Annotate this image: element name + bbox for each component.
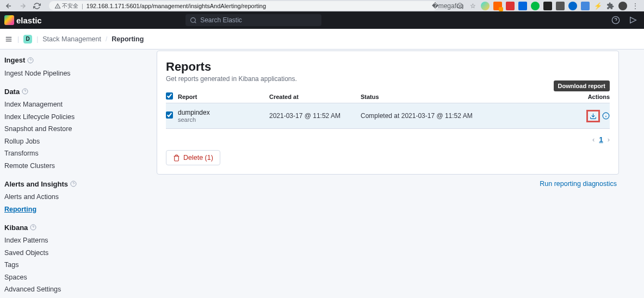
global-search-input[interactable]: Search Elastic	[185, 14, 321, 26]
trash-icon	[173, 154, 180, 162]
forward-button[interactable]	[18, 2, 27, 10]
svg-point-2	[191, 17, 196, 22]
sidebar-item[interactable]: Saved Objects	[4, 247, 127, 259]
reload-button[interactable]	[33, 2, 41, 10]
next-page-button[interactable]: ›	[608, 135, 610, 144]
sidebar-item[interactable]: Ingest Node Pipelines	[4, 67, 127, 80]
info-button[interactable]	[602, 112, 610, 120]
reports-panel: Reports Get reports generated in Kibana …	[157, 51, 619, 175]
insecure-warning-icon: 不安全	[54, 2, 78, 10]
more-icon[interactable]: ⋮	[631, 2, 640, 10]
profile-avatar[interactable]	[618, 2, 627, 10]
svg-line-1	[462, 7, 463, 9]
help-icon[interactable]	[609, 14, 622, 27]
breadcrumb-item-current: Reporting	[112, 35, 144, 43]
help-icon	[27, 57, 34, 64]
bookmark-icon[interactable]: ☆	[468, 2, 477, 10]
extension-icon-3[interactable]	[506, 2, 515, 10]
sidebar-item[interactable]: Alerts and Actions	[4, 191, 127, 204]
extension-icon-8[interactable]	[568, 2, 577, 10]
help-icon	[70, 181, 77, 187]
extension-icon-4[interactable]	[518, 2, 527, 10]
column-created[interactable]: Created at	[269, 94, 361, 100]
report-status: Completed at 2021-03-17 @ 11:52 AM	[361, 112, 573, 120]
sidebar-item[interactable]: Remote Clusters	[4, 160, 127, 172]
report-created: 2021-03-17 @ 11:52 AM	[269, 112, 361, 120]
column-actions: Actions	[573, 94, 610, 100]
table-row: dumpindex search 2021-03-17 @ 11:52 AM C…	[166, 103, 610, 129]
sidebar-item[interactable]: Spaces	[4, 271, 127, 284]
pagination: ‹ 1 ›	[166, 135, 610, 144]
page-subtitle: Get reports generated in Kibana applicat…	[166, 75, 610, 83]
svg-line-3	[195, 22, 196, 23]
sidebar-item[interactable]: Rollup Jobs	[4, 135, 127, 148]
back-button[interactable]	[4, 2, 13, 10]
sidebar-section-header: Alerts and Insights	[4, 180, 127, 188]
select-all-checkbox[interactable]	[166, 92, 173, 100]
prev-page-button[interactable]: ‹	[592, 135, 595, 144]
elastic-header: elastic Search Elastic	[0, 11, 644, 29]
row-checkbox[interactable]	[166, 111, 173, 119]
sidebar: Ingest Ingest Node PipelinesData Index M…	[0, 49, 132, 298]
sidebar-item[interactable]: Reporting	[4, 203, 127, 216]
breadcrumb-separator: |	[36, 35, 38, 43]
extension-icon-6[interactable]	[543, 2, 552, 10]
extension-icon-7[interactable]	[556, 2, 565, 10]
delete-label: Delete (1)	[183, 154, 213, 162]
sidebar-item[interactable]: Snapshot and Restore	[4, 123, 127, 136]
download-button[interactable]	[586, 110, 600, 122]
sidebar-item[interactable]: Tags	[4, 259, 127, 272]
url-text: 192.168.1.171:5601/app/management/insigh…	[86, 3, 266, 9]
help-icon	[22, 88, 28, 95]
breadcrumb-bar: | D | Stack Management / Reporting	[0, 29, 644, 49]
page-number[interactable]: 1	[599, 135, 603, 144]
column-status[interactable]: Status	[361, 94, 573, 100]
column-report[interactable]: Report	[178, 94, 269, 100]
help-icon	[30, 224, 36, 231]
sidebar-item[interactable]: Advanced Settings	[4, 284, 127, 296]
delete-button[interactable]: Delete (1)	[166, 150, 220, 165]
newsfeed-icon[interactable]	[627, 14, 640, 27]
download-tooltip: Download report	[554, 80, 610, 91]
url-bar[interactable]: 不安全 | 192.168.1.171:5601/app/management/…	[49, 1, 438, 10]
elastic-logo[interactable]: elastic	[4, 15, 42, 25]
extensions-button[interactable]	[606, 2, 615, 10]
sidebar-item[interactable]: Index Lifecycle Policies	[4, 111, 127, 123]
breadcrumb-separator: /	[106, 35, 107, 43]
nav-toggle-button[interactable]	[4, 35, 13, 44]
extension-icon-10[interactable]: ⚡	[593, 2, 602, 10]
breadcrumb-separator: |	[17, 35, 19, 43]
svg-point-0	[457, 3, 462, 8]
search-placeholder: Search Elastic	[200, 16, 242, 24]
space-badge[interactable]: D	[23, 35, 32, 44]
sidebar-section-header: Ingest	[4, 56, 127, 64]
diagnostics-link[interactable]: Run reporting diagnostics	[157, 180, 619, 188]
sidebar-section-header: Data	[4, 88, 127, 96]
extension-icon-5[interactable]	[531, 2, 540, 10]
report-name: dumpindex	[178, 109, 269, 116]
translate-icon[interactable]: �megafon	[443, 2, 452, 10]
table-header: Report Created at Status Actions Downloa…	[166, 90, 610, 103]
page-title: Reports	[166, 60, 610, 74]
sidebar-item[interactable]: Index Patterns	[4, 235, 127, 247]
breadcrumb-item[interactable]: Stack Management	[42, 35, 101, 43]
extension-icon-2[interactable]	[493, 2, 502, 10]
report-type: search	[178, 116, 269, 123]
logo-text: elastic	[16, 16, 42, 25]
search-icon	[190, 17, 197, 24]
sidebar-item[interactable]: Transforms	[4, 148, 127, 160]
sidebar-section-header: Kibana	[4, 223, 127, 232]
logo-mark-icon	[4, 15, 14, 25]
browser-chrome: 不安全 | 192.168.1.171:5601/app/management/…	[0, 0, 644, 11]
extension-icon-9[interactable]	[581, 2, 590, 10]
sidebar-item[interactable]: Index Management	[4, 99, 127, 111]
reports-table: Report Created at Status Actions Downloa…	[166, 90, 610, 129]
search-page-icon[interactable]	[456, 2, 465, 10]
extension-icon-1[interactable]	[481, 2, 490, 10]
